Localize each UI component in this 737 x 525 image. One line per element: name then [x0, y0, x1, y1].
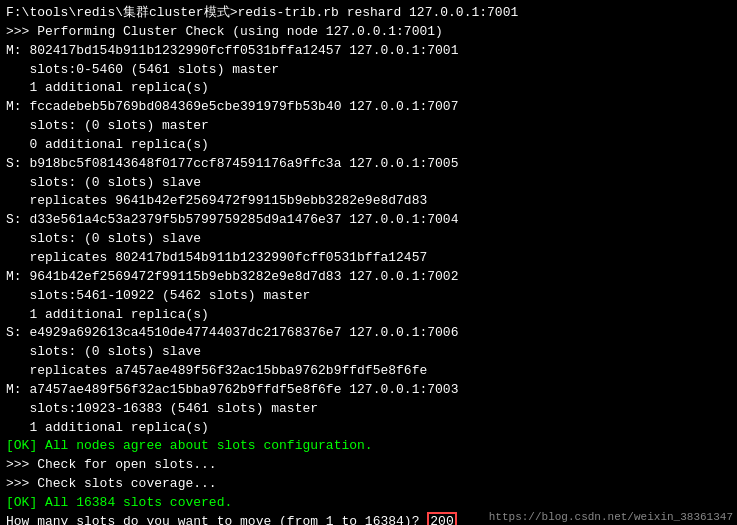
terminal-window: F:\tools\redis\集群cluster模式>redis-trib.rb… — [0, 0, 737, 525]
line-replica4: 1 additional replica(s) — [6, 419, 731, 438]
line-replica3: 1 additional replica(s) — [6, 306, 731, 325]
line-m4: M: a7457ae489f56f32ac15bba9762b9ffdf5e8f… — [6, 381, 731, 400]
line-s3: S: e4929a692613ca4510de47744037dc2176837… — [6, 324, 731, 343]
line-slots2: slots: (0 slots) master — [6, 117, 731, 136]
line-m3: M: 9641b42ef2569472f99115b9ebb3282e9e8d7… — [6, 268, 731, 287]
line-m1: M: 802417bd154b911b1232990fcff0531bffa12… — [6, 42, 731, 61]
line-s2: S: d33e561a4c53a2379f5b5799759285d9a1476… — [6, 211, 731, 230]
line-slots4: slots: (0 slots) slave — [6, 230, 731, 249]
line-slots5: slots:5461-10922 (5462 slots) master — [6, 287, 731, 306]
line-replica1: 1 additional replica(s) — [6, 79, 731, 98]
line-slots7: slots:10923-16383 (5461 slots) master — [6, 400, 731, 419]
line-check-open: >>> Check for open slots... — [6, 456, 731, 475]
line-replica2: 0 additional replica(s) — [6, 136, 731, 155]
input-answer: 200 — [427, 512, 456, 525]
line-title: F:\tools\redis\集群cluster模式>redis-trib.rb… — [6, 4, 731, 23]
line-replicates2: replicates 802417bd154b911b1232990fcff05… — [6, 249, 731, 268]
line-s1: S: b918bc5f08143648f0177ccf874591176a9ff… — [6, 155, 731, 174]
line-performing: >>> Performing Cluster Check (using node… — [6, 23, 731, 42]
line-m2: M: fccadebeb5b769bd084369e5cbe391979fb53… — [6, 98, 731, 117]
line-slots3: slots: (0 slots) slave — [6, 174, 731, 193]
line-slots6: slots: (0 slots) slave — [6, 343, 731, 362]
input-question: How many slots do you want to move (from… — [6, 514, 427, 525]
watermark: https://blog.csdn.net/weixin_38361347 — [485, 509, 737, 525]
line-slots1: slots:0-5460 (5461 slots) master — [6, 61, 731, 80]
line-replicates3: replicates a7457ae489f56f32ac15bba9762b9… — [6, 362, 731, 381]
line-check-coverage: >>> Check slots coverage... — [6, 475, 731, 494]
line-ok1: [OK] All nodes agree about slots configu… — [6, 437, 731, 456]
line-replicates1: replicates 9641b42ef2569472f99115b9ebb32… — [6, 192, 731, 211]
